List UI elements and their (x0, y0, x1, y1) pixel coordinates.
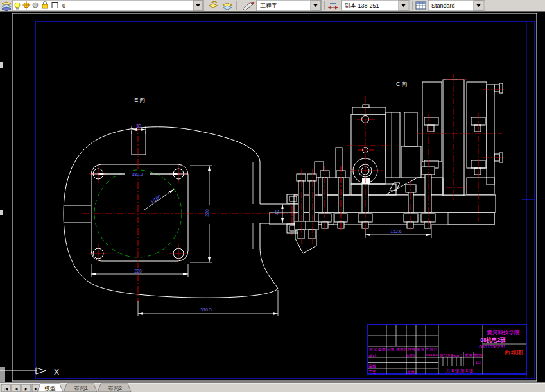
dim-text-overall-length: 316.5 (200, 307, 212, 312)
layers-toolbar: 0 工程字 (0, 0, 545, 12)
scale-value: 1:2 (475, 360, 481, 364)
sheet-info: 共 8 张 第 3 张 (446, 368, 474, 373)
layer-name: 0 (62, 3, 65, 9)
dim-text-bolt-spacing: 180.2 (132, 172, 143, 176)
viewport-freeze-icon[interactable] (33, 3, 38, 8)
dim-text-square-width: 220 (134, 269, 142, 273)
tab-nav-first-glyph: |◀ (4, 387, 8, 391)
clipped-toolbar-artifact (0, 62, 3, 68)
tab-nav-prev-glyph: ◀ (15, 387, 18, 391)
approve-label: 批准 (407, 370, 415, 375)
drawing-number: 0801050231 (479, 344, 506, 350)
date-value: 2013.5.5 (425, 353, 438, 357)
text-style-combo[interactable]: 工程字 (257, 0, 321, 11)
dim-text-boss-width: 30 (136, 124, 141, 128)
weight-label: 重量 (465, 353, 474, 357)
layout-tab-bar: |◀ ◀ ▶ ▶| 模型 布局1 布局2 (0, 383, 545, 392)
drawing-canvas[interactable]: E 向 (0, 11, 545, 383)
ucs-x-label: X (54, 368, 59, 377)
layer-on-icon-base (16, 8, 19, 10)
tab-nav-next-glyph: ▶ (25, 387, 28, 391)
table-style-combo[interactable]: Standard (428, 0, 485, 11)
scrollbar-fragment[interactable] (0, 367, 5, 382)
dim-style-value: 副本 138-251 (345, 3, 379, 9)
table-style-value: Standard (431, 3, 455, 9)
stage-mark-label: 阶段标记 (440, 353, 462, 358)
view-e-label: E 向 (134, 97, 146, 103)
dim-text-square-height: 220 (205, 209, 209, 217)
scale-label: 比例 (474, 353, 483, 357)
design-label: 设计 (368, 353, 376, 357)
revision-header: 标记 处数 分区 更改文件号 签名 年月日 (368, 347, 437, 352)
layer-color-swatch[interactable] (52, 3, 58, 8)
class-name: 08机电2班 (480, 337, 506, 343)
view-c-label: C 向 (396, 81, 408, 87)
tab-layout2-label[interactable]: 布局2 (108, 385, 122, 391)
model-space-background[interactable] (0, 11, 545, 383)
layer-on-icon[interactable] (15, 3, 20, 8)
dim-style-combo[interactable]: 副本 138-251 (342, 0, 410, 11)
tab-layout1-label[interactable]: 布局1 (74, 385, 88, 391)
text-style-value: 工程字 (260, 3, 277, 9)
boss-key-block (362, 178, 370, 184)
standardization-label: 标准化 (405, 354, 416, 358)
school-name: 黄河科技学院 (487, 329, 521, 336)
table-style-button[interactable] (416, 2, 426, 9)
cad-application-window: E 向 (0, 0, 545, 392)
process-label: 工艺 (368, 370, 376, 374)
lock-icon[interactable] (42, 4, 48, 8)
audit-label: 审核 (368, 364, 376, 368)
clipped-toolbar-artifact (0, 210, 3, 215)
layers-icon[interactable] (2, 2, 11, 11)
layer-combo[interactable]: 0 (13, 0, 203, 11)
drawing-title: 向视图 (505, 349, 523, 356)
dim-text-span: 152.6 (390, 229, 402, 234)
tab-model-label[interactable]: 模型 (44, 385, 56, 391)
